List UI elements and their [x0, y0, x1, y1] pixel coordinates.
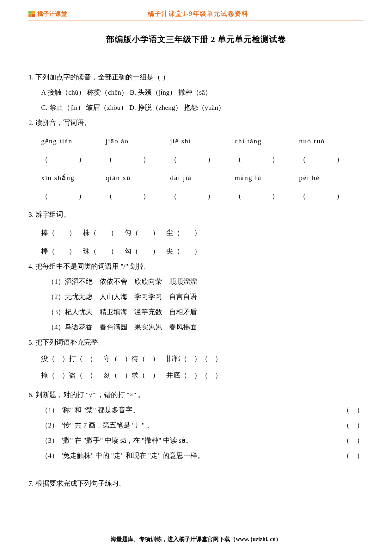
header-divider	[28, 21, 364, 21]
q4-group-4: （4）鸟语花香 春色满园 果实累累 春风拂面	[28, 320, 364, 334]
pinyin-item: xīn shǎng	[41, 174, 75, 182]
q2-blank-row-1: （） （） （） （） （）	[28, 153, 364, 166]
q2-pinyin-row-2: xīn shǎng qiān xū dài jià máng lù pèi hé	[28, 171, 364, 185]
q3-row-2: 棒（ ） 珠（ ） 勾（ ） 尖（ ）	[28, 244, 364, 258]
judge-text: （2） "传" 共 7 画，第五笔是 "丿" 。	[41, 418, 329, 432]
q4-group-3: （3）杞人忧天 精卫填海 滥竽充数 自相矛盾	[28, 305, 364, 319]
q5-row-2: 掩（ ）盗（ ） 刻（ ）求（ ） 井底（ ）（ ）	[28, 368, 364, 382]
q2-blank-row-2: （） （） （） （） （）	[28, 189, 364, 203]
q5-stem: 5. 把下列词语补充完整。	[28, 335, 364, 349]
q3-stem: 3. 辨字组词。	[28, 208, 364, 221]
header-title: 橘子汁课堂1-9年级单元试卷资料	[33, 9, 364, 18]
worksheet-body: 1. 下列加点字的读音，全部正确的一组是（ ） A 接触（chù） 称赞（chē…	[28, 70, 364, 490]
q4-stem: 4. 把每组中不是同类的词语用 "/" 划掉。	[28, 259, 364, 273]
pinyin-item: nuò ruò	[299, 137, 325, 145]
pinyin-item: pèi hé	[299, 174, 320, 182]
q6-item-1: （1） "称" 和 "禁" 都是多音字。 （ ）	[28, 403, 364, 417]
judge-blank: （ ）	[329, 449, 364, 463]
page-title: 部编版小学语文三年级下册 2 单元单元检测试卷	[28, 34, 364, 45]
pinyin-item: jiāo ào	[106, 137, 129, 145]
page-header: 橘子汁课堂 橘子汁课堂1-9年级单元试卷资料	[28, 9, 364, 18]
judge-text: （4） "兔走触株" 中的 "走" 和现在 "走" 的意思一样。	[41, 449, 329, 463]
q6-item-3: （3） "撒" 在 "撒手" 中读 sā，在 "撒种" 中读 sǎ。 （ ）	[28, 433, 364, 447]
q6-stem: 6. 判断题，对的打 "√" ，错的打 "×" 。	[28, 388, 364, 402]
q1-option-a: A 接触（chù） 称赞（chēn） B. 头颈（jǐng） 撒种（sā）	[28, 85, 364, 99]
pinyin-item: gēng tián	[41, 137, 72, 145]
judge-blank: （ ）	[329, 418, 364, 432]
judge-blank: （ ）	[329, 433, 364, 447]
q6-item-2: （2） "传" 共 7 画，第五笔是 "丿" 。 （ ）	[28, 418, 364, 432]
judge-text: （1） "称" 和 "禁" 都是多音字。	[41, 403, 329, 417]
q2-pinyin-row-1: gēng tián jiāo ào jiě shì chí táng nuò r…	[28, 134, 364, 148]
pinyin-item: dài jià	[170, 174, 192, 182]
pinyin-item: chí táng	[235, 137, 262, 145]
pinyin-item: qiān xū	[106, 174, 131, 182]
q4-group-2: （2）无忧无虑 人山人海 学习学习 自言自语	[28, 290, 364, 304]
q5-row-1: 没（ ）打（ ） 守（ ）待（ ） 邯郸（ ）（ ）	[28, 352, 364, 366]
q3-row-1: 捧（ ） 株（ ） 匀（ ） 尘（ ）	[28, 226, 364, 240]
pinyin-item: jiě shì	[170, 137, 191, 145]
page-footer: 海量题库、专项训练，进入橘子汁课堂官网下载（www. juzizhi. cn）	[0, 535, 392, 543]
q1-stem: 1. 下列加点字的读音，全部正确的一组是（ ）	[28, 70, 364, 84]
q4-group-1: （1）滔滔不绝 依依不舍 欣欣向荣 顺顺溜溜	[28, 275, 364, 289]
q6-item-4: （4） "兔走触株" 中的 "走" 和现在 "走" 的意思一样。 （ ）	[28, 449, 364, 463]
q7-stem: 7. 根据要求完成下列句子练习。	[28, 477, 364, 490]
q2-stem: 2. 读拼音，写词语。	[28, 116, 364, 130]
pinyin-item: máng lù	[235, 174, 262, 182]
q1-option-c: C. 禁止（jìn） 皱眉（zhòu） D. 挣脱（zhēng） 抱怨（yuàn…	[28, 101, 364, 115]
judge-text: （3） "撒" 在 "撒手" 中读 sā，在 "撒种" 中读 sǎ。	[41, 433, 329, 447]
judge-blank: （ ）	[329, 403, 364, 417]
